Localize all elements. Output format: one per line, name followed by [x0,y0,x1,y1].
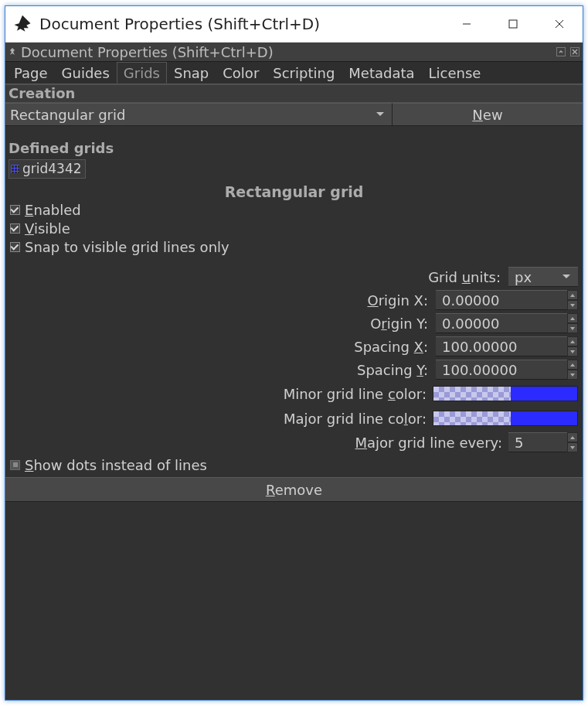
spin-up-icon[interactable] [567,336,578,346]
major-every-label: Major grid line every: [355,435,503,451]
creation-header: Creation [5,84,583,103]
tab-guides[interactable]: Guides [55,62,117,84]
dropdown-arrow-icon [555,274,578,280]
dropdown-arrow-icon [369,111,392,118]
new-grid-button[interactable]: New [392,103,583,126]
panel-close-button[interactable] [570,47,580,56]
remove-button[interactable]: Remove [5,477,583,502]
defined-grids-header: Defined grids [5,126,583,158]
origin-x-input[interactable]: 0.00000 [436,290,578,310]
tab-page[interactable]: Page [7,62,55,84]
show-dots-checkbox[interactable] [10,460,20,470]
spacing-y-value: 100.00000 [436,360,567,380]
visible-checkbox[interactable] [10,223,20,234]
spin-up-icon[interactable] [567,432,578,442]
color-checker-icon [433,387,511,401]
tab-snap[interactable]: Snap [167,62,216,84]
close-button[interactable] [536,6,583,42]
show-dots-label: Show dots instead of lines [25,457,207,473]
visible-label: Visible [25,220,70,237]
major-color-label: Major grid line color: [284,411,427,427]
enabled-checkbox[interactable] [10,205,20,215]
spin-down-icon[interactable] [567,442,578,452]
minor-color-swatch[interactable] [433,386,578,401]
major-color-swatch[interactable] [433,411,578,426]
minimize-button[interactable] [444,6,490,42]
origin-x-label: Origin X: [367,292,428,309]
grid-units-label: Grid units: [428,269,501,285]
titlebar[interactable]: Document Properties (Shift+Ctrl+D) [5,6,583,43]
grid-title: Rectangular grid [5,183,583,200]
window-frame: Document Properties (Shift+Ctrl+D) Docum… [5,5,583,701]
spin-down-icon[interactable] [567,300,578,310]
color-solid-icon [511,411,577,425]
svg-rect-1 [509,20,517,28]
spin-up-icon[interactable] [567,360,578,370]
spin-up-icon[interactable] [567,290,578,300]
spin-down-icon[interactable] [567,370,578,380]
major-every-value: 5 [508,432,567,452]
grid-type-value: Rectangular grid [10,107,125,123]
tab-grids[interactable]: Grids [117,62,167,84]
spacing-y-label: Spacing Y: [357,362,428,378]
maximize-button[interactable] [490,6,536,42]
minor-color-label: Minor grid line color: [284,386,427,402]
tab-license[interactable]: License [422,62,488,84]
spacing-x-label: Spacing X: [354,339,428,355]
spacing-x-value: 100.00000 [436,336,567,356]
enabled-label: Enabled [25,202,81,218]
origin-x-value: 0.00000 [436,290,567,310]
spin-up-icon[interactable] [567,313,578,323]
origin-y-input[interactable]: 0.00000 [436,313,578,333]
inkscape-icon [10,12,35,36]
spin-down-icon[interactable] [567,346,578,356]
major-every-input[interactable]: 5 [508,432,578,452]
spin-down-icon[interactable] [567,323,578,333]
grid-type-combo[interactable]: Rectangular grid [5,103,392,126]
color-solid-icon [511,387,577,401]
spacing-x-input[interactable]: 100.00000 [436,336,578,356]
tab-color[interactable]: Color [216,62,266,84]
grid-preview-icon [11,165,19,173]
origin-y-value: 0.00000 [436,313,567,333]
origin-y-label: Origin Y: [370,315,428,332]
tab-metadata[interactable]: Metadata [342,62,421,84]
grid-units-value: px [515,269,532,285]
spacing-y-input[interactable]: 100.00000 [436,360,578,380]
defined-grid-item[interactable]: grid4342 [8,159,86,179]
defined-grid-label: grid4342 [22,161,82,176]
panel-title: Document Properties (Shift+Ctrl+D) [21,44,556,60]
snap-visible-checkbox[interactable] [10,242,20,252]
pin-icon [7,46,18,57]
grid-units-combo[interactable]: px [508,267,578,287]
snap-visible-label: Snap to visible grid lines only [25,239,229,255]
panel-undock-button[interactable] [556,47,566,56]
tab-scripting[interactable]: Scripting [266,62,342,84]
tab-bar: Page Guides Grids Snap Color Scripting M… [5,62,583,84]
color-checker-icon [433,411,511,425]
window-title: Document Properties (Shift+Ctrl+D) [39,15,444,33]
panel-header: Document Properties (Shift+Ctrl+D) [5,43,583,62]
